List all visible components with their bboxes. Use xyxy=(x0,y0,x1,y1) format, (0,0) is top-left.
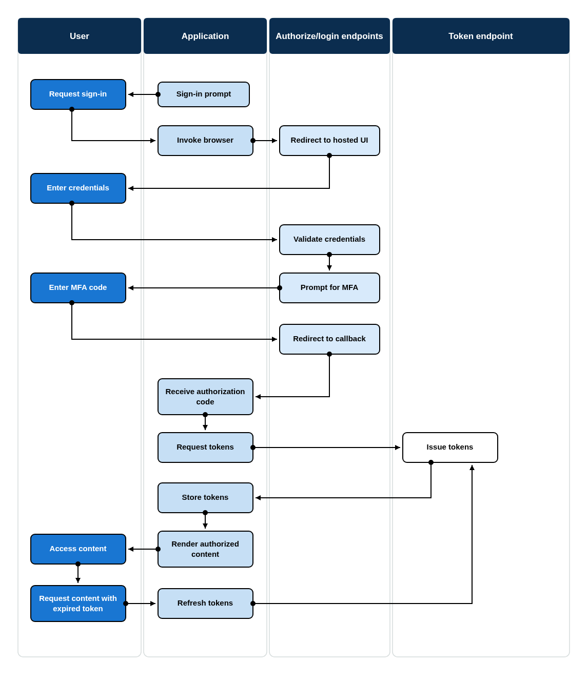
svg-text:content: content xyxy=(191,550,219,558)
lane-token-title: Token endpoint xyxy=(448,31,513,41)
svg-text:Enter MFA code: Enter MFA code xyxy=(49,283,107,291)
svg-text:Access content: Access content xyxy=(50,544,107,553)
svg-text:Refresh tokens: Refresh tokens xyxy=(178,598,233,607)
svg-text:Issue tokens: Issue tokens xyxy=(427,442,474,451)
svg-text:Request tokens: Request tokens xyxy=(177,442,234,451)
svg-text:Invoke browser: Invoke browser xyxy=(177,135,233,144)
svg-text:Render authorized: Render authorized xyxy=(171,539,239,548)
lane-application-title: Application xyxy=(182,31,229,41)
svg-text:expired token: expired token xyxy=(53,604,103,613)
svg-text:code: code xyxy=(196,397,214,406)
svg-text:Request content with: Request content with xyxy=(39,594,117,602)
lane-token xyxy=(393,18,570,657)
svg-text:Receive authorization: Receive authorization xyxy=(165,387,245,396)
svg-text:Enter credentials: Enter credentials xyxy=(47,183,109,192)
svg-text:Request sign-in: Request sign-in xyxy=(49,89,107,98)
svg-text:Validate credentials: Validate credentials xyxy=(293,235,365,243)
svg-text:Prompt for MFA: Prompt for MFA xyxy=(301,283,359,291)
svg-text:Store tokens: Store tokens xyxy=(182,493,229,501)
svg-text:Redirect to callback: Redirect to callback xyxy=(293,334,366,343)
lane-authorize-title: Authorize/login endpoints xyxy=(276,31,383,41)
svg-text:Sign-in prompt: Sign-in prompt xyxy=(177,89,231,98)
flow-diagram: User Application Authorize/login endpoin… xyxy=(0,0,588,700)
svg-text:Redirect to hosted UI: Redirect to hosted UI xyxy=(291,135,368,144)
lane-user-title: User xyxy=(70,31,89,41)
